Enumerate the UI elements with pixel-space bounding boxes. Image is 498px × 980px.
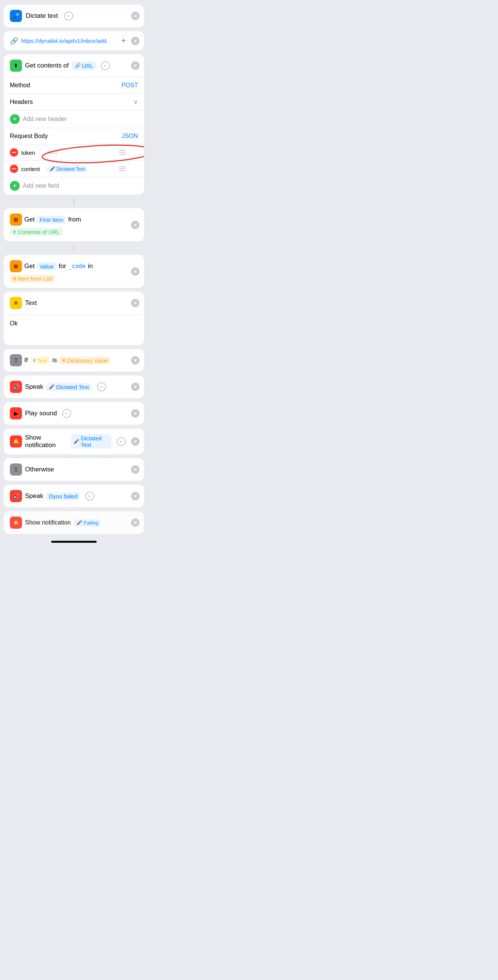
text-card-content: Ok: [10, 320, 17, 326]
partial-token[interactable]: 🎤 Failing: [74, 519, 101, 527]
from-word: from: [68, 216, 81, 223]
add-header-button[interactable]: +: [10, 114, 20, 124]
speak-otherwise-close[interactable]: [131, 492, 140, 500]
content-remove-button[interactable]: [10, 165, 18, 173]
url-token-badge[interactable]: 🔗 URL: [71, 61, 96, 70]
play-sound-chevron[interactable]: [62, 409, 71, 418]
url-token-label: URL: [82, 62, 93, 69]
speak-chevron[interactable]: [97, 382, 106, 391]
value-label: Value: [40, 263, 54, 270]
get-value-card: ⊞ Get Value for _code in ⊞ Item from Lis…: [4, 255, 144, 288]
gc-chevron[interactable]: [101, 61, 110, 70]
partial-icon: 🔔: [10, 517, 22, 529]
in-word: in: [88, 262, 93, 270]
add-header-row[interactable]: + Add new header: [4, 110, 144, 128]
connector-1: [4, 198, 144, 204]
get-first-card: ⊞ Get First Item from ⬆ Contents of URL: [4, 208, 144, 241]
play-sound-label: Play sound: [25, 410, 57, 417]
text-token[interactable]: ≡ Text: [30, 356, 50, 364]
show-notification-chevron[interactable]: [117, 437, 126, 446]
text-card-title: Text: [25, 299, 37, 307]
speak-dictated-label: Dictated Text: [56, 384, 89, 390]
show-notification-close[interactable]: [131, 437, 140, 445]
method-row: Method POST: [4, 77, 144, 94]
dict-value-token[interactable]: ⊞ Dictionary Value: [59, 356, 111, 364]
token-placeholder[interactable]: Text: [47, 149, 58, 156]
token-field-value-container: Text: [47, 149, 116, 156]
contents-url-label: Contents of URL: [18, 229, 60, 235]
content-field-row: content 🎤 Dictated Text: [4, 161, 144, 177]
content-token-badge[interactable]: 🎤 Dictated Text: [47, 165, 87, 173]
get-contents-card: ⬆ Get contents of 🔗 URL Method POST Head…: [4, 54, 144, 194]
item-from-list-label: Item from List: [18, 275, 52, 282]
content-drag-handle[interactable]: [119, 167, 126, 171]
otherwise-label: Otherwise: [25, 466, 54, 473]
get-value-close[interactable]: [131, 267, 140, 276]
text-card-body[interactable]: Ok: [4, 315, 144, 345]
play-sound-close[interactable]: [131, 409, 140, 418]
gc-title: Get contents of: [25, 62, 68, 69]
partial-label: Show notification: [25, 519, 71, 526]
token-remove-button[interactable]: [10, 148, 18, 157]
dictate-close[interactable]: [131, 12, 140, 20]
text-card-close[interactable]: [131, 299, 140, 307]
url-plus-button[interactable]: +: [121, 37, 126, 45]
dictate-card: 🎤 Dictate text: [4, 5, 144, 27]
first-item-token[interactable]: First Item: [37, 216, 66, 224]
text-card: ≡ Text Ok: [4, 292, 144, 345]
token-field-name: token: [21, 150, 44, 156]
speak-otherwise-card: 🔊 Speak Dyno failed: [4, 485, 144, 508]
speak-word: Speak: [25, 383, 43, 391]
request-body-value[interactable]: JSON: [122, 133, 138, 140]
if-icon: ⑄: [10, 354, 22, 366]
is-word: is: [52, 356, 57, 364]
play-sound-icon: ▶: [10, 407, 22, 420]
otherwise-close[interactable]: [131, 465, 140, 474]
code-token[interactable]: _code: [68, 263, 86, 270]
play-sound-card: ▶ Play sound: [4, 402, 144, 425]
speak-icon: 🔊: [10, 381, 22, 393]
link-icon: 🔗: [10, 37, 18, 45]
notification-dictated-label: Dictated Text: [81, 435, 109, 448]
get-value-icon: ⊞: [10, 260, 22, 272]
headers-row[interactable]: Headers ∨: [4, 94, 144, 110]
add-field-row[interactable]: + Add new field: [4, 177, 144, 194]
speak-otherwise-word: Speak: [25, 492, 43, 500]
if-word: If: [24, 356, 28, 364]
get-first-close[interactable]: [131, 221, 140, 229]
dictate-label: Dictate text: [26, 12, 58, 20]
otherwise-card: ⑄ Otherwise: [4, 458, 144, 481]
gc-close[interactable]: [131, 61, 140, 70]
speak-close[interactable]: [131, 383, 140, 391]
method-value[interactable]: POST: [121, 82, 138, 89]
home-indicator: [4, 541, 144, 543]
item-from-list-token[interactable]: ⊞ Item from List: [10, 275, 55, 283]
notification-dictated-token[interactable]: 🎤 Dictated Text: [71, 434, 111, 449]
url-close[interactable]: [131, 37, 140, 45]
show-notification-icon: 🔔: [10, 435, 22, 447]
connector-2: [4, 245, 144, 251]
if-card: ⑄ If ≡ Text is ⊞ Dictionary Value: [4, 349, 144, 372]
show-notification-card: 🔔 Show notification 🎤 Dictated Text: [4, 429, 144, 454]
speak-otherwise-chevron[interactable]: [85, 492, 94, 501]
dyno-failed-token[interactable]: Dyno failed: [46, 492, 80, 500]
get-contents-icon: ⬆: [10, 60, 22, 72]
content-field-name: content: [21, 166, 44, 172]
method-label: Method: [10, 82, 30, 89]
value-token[interactable]: Value: [37, 262, 56, 270]
dictate-chevron[interactable]: [64, 11, 73, 21]
content-token-label: Dictated Text: [57, 166, 85, 172]
token-drag-handle[interactable]: [119, 150, 126, 155]
speak-dictated-token[interactable]: 🎤 Dictated Text: [46, 383, 91, 391]
add-field-button[interactable]: +: [10, 181, 20, 191]
contents-url-token[interactable]: ⬆ Contents of URL: [10, 228, 62, 236]
dyno-failed-label: Dyno failed: [49, 493, 77, 500]
speak-otherwise-icon: 🔊: [10, 490, 22, 502]
url-value[interactable]: https://dynalist.io/api/v1/inbox/add: [21, 38, 117, 44]
if-card-close[interactable]: [131, 356, 140, 364]
partial-close[interactable]: [131, 519, 140, 527]
dict-value-label: Dictionary Value: [67, 357, 108, 364]
headers-chevron-icon: ∨: [133, 98, 138, 105]
text-token-label: Text: [37, 357, 48, 364]
partial-card: 🔔 Show notification 🎤 Failing: [4, 511, 144, 534]
